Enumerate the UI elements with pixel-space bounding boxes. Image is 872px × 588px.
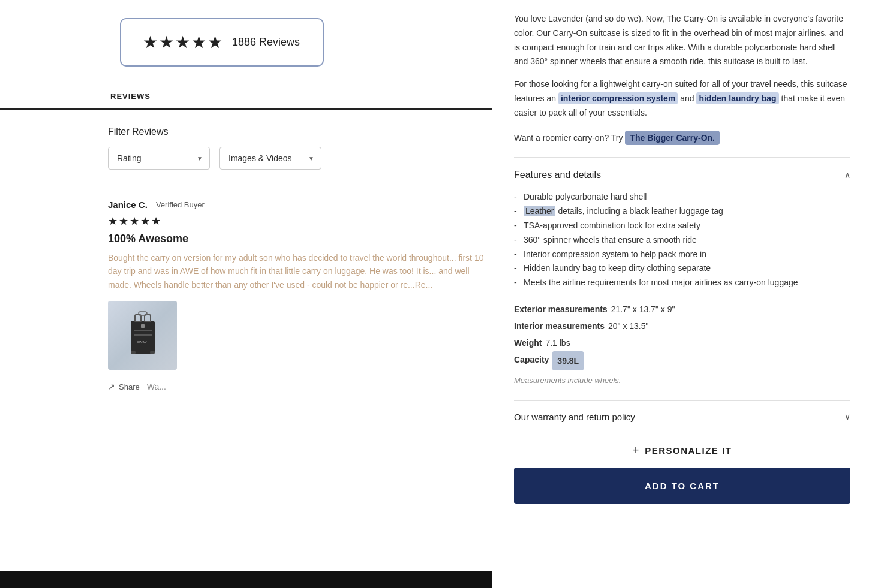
rating-summary-box: ★ ★ ★ ★ ★ 1886 Reviews (120, 18, 324, 67)
weight-row: Weight 7.1 lbs (514, 334, 850, 351)
review-actions: ↗ Share Wa... (108, 382, 492, 391)
share-icon: ↗ (108, 382, 115, 391)
interior-compression-highlight: interior compression system (558, 92, 678, 104)
svg-rect-6 (131, 351, 136, 354)
reviewer-info: Janice C. Verified Buyer (108, 200, 492, 210)
review-star-2: ★ (119, 215, 128, 228)
personalize-section[interactable]: + PERSONALIZE IT (514, 433, 850, 468)
measurements-note: Measurements include wheels. (514, 373, 850, 388)
description-p2: For those looking for a lightweight carr… (514, 77, 850, 120)
product-description: You love Lavender (and so do we). Now, T… (514, 0, 850, 120)
want-roomier-text: Want a roomier carry-on? Try The Bigger … (514, 131, 850, 146)
warranty-chevron-down-icon: ∨ (844, 412, 850, 421)
svg-rect-3 (134, 330, 152, 331)
chevron-up-icon: ∧ (844, 170, 850, 180)
want-roomier-prefix: Want a roomier carry-on? Try (514, 133, 623, 143)
media-select[interactable]: Images & Videos (219, 147, 321, 170)
media-select-wrapper: Images & Videos (219, 147, 321, 170)
reviewer-name: Janice C. (108, 200, 148, 210)
review-count: 1886 Reviews (232, 36, 300, 49)
hidden-laundry-highlight: hidden laundry bag (696, 92, 778, 104)
feature-text-4: 360° spinner wheels that ensure a smooth… (524, 235, 697, 245)
features-list: Durable polycarbonate hard shell Leather… (514, 190, 850, 290)
feature-item-5: Interior compression system to help pack… (514, 248, 850, 262)
star-icon-1: ★ (143, 32, 158, 52)
weight-label: Weight (514, 334, 542, 351)
feature-text-6: Hidden laundry bag to keep dirty clothin… (524, 263, 711, 273)
features-section: Features and details ∧ Durable polycarbo… (514, 157, 850, 388)
filter-label: Filter Reviews (108, 126, 492, 137)
feature-item-6: Hidden laundry bag to keep dirty clothin… (514, 261, 850, 276)
leather-highlight: Leather (524, 206, 555, 216)
review-star-3: ★ (130, 215, 139, 228)
rating-select-wrapper: Rating (108, 147, 210, 170)
review-image-container: AWAY (108, 301, 492, 370)
plus-icon: + (633, 444, 639, 457)
measurements-section: Exterior measurements 21.7" x 13.7" x 9"… (514, 301, 850, 388)
review-text: Bought the carry on version for my adult… (108, 251, 492, 291)
exterior-measurement-row: Exterior measurements 21.7" x 13.7" x 9" (514, 301, 850, 318)
review-title: 100% Awesome (108, 233, 492, 245)
feature-text-1: Durable polycarbonate hard shell (524, 192, 647, 201)
rating-stars: ★ ★ ★ ★ ★ (143, 32, 222, 52)
feature-item-4: 360° spinner wheels that ensure a smooth… (514, 233, 850, 248)
review-image-placeholder: AWAY (108, 301, 177, 370)
star-icon-4: ★ (191, 32, 206, 52)
description-p1: You love Lavender (and so do we). Now, T… (514, 12, 850, 69)
svg-rect-4 (134, 334, 152, 336)
feature-item-1: Durable polycarbonate hard shell (514, 190, 850, 204)
star-icon-2: ★ (159, 32, 174, 52)
filter-dropdowns: Rating Images & Videos (108, 147, 492, 170)
feature-text-3: TSA-approved combination lock for extra … (524, 221, 700, 230)
personalize-text: PERSONALIZE IT (645, 445, 732, 456)
luggage-svg: AWAY (122, 309, 164, 363)
rating-select[interactable]: Rating (108, 147, 210, 170)
feature-item-2: Leather details, including a black leath… (514, 204, 850, 219)
star-icon-5: ★ (208, 32, 222, 52)
svg-text:AWAY: AWAY (137, 340, 147, 344)
feature-item-3: TSA-approved combination lock for extra … (514, 219, 850, 233)
review-card: Janice C. Verified Buyer ★ ★ ★ ★ ★ 100% … (0, 182, 492, 403)
exterior-label: Exterior measurements (514, 301, 608, 318)
filter-section: Filter Reviews Rating Images & Videos (0, 110, 492, 182)
capacity-value: 39.8L (552, 351, 584, 370)
interior-measurement-row: Interior measurements 20" x 13.5" (514, 318, 850, 334)
interior-label: Interior measurements (514, 318, 605, 334)
review-star-5: ★ (151, 215, 161, 228)
was-text: Wa... (147, 382, 166, 391)
verified-badge: Verified Buyer (156, 200, 205, 209)
svg-rect-7 (150, 351, 155, 354)
weight-value: 7.1 lbs (545, 334, 570, 351)
reviews-nav: REVIEWS (0, 85, 492, 110)
capacity-label: Capacity (514, 351, 549, 370)
warranty-section[interactable]: Our warranty and return policy ∨ (514, 400, 850, 433)
right-panel: You love Lavender (and so do we). Now, T… (492, 0, 872, 588)
exterior-value: 21.7" x 13.7" x 9" (611, 301, 675, 318)
svg-rect-5 (141, 324, 145, 328)
feature-text-5: Interior compression system to help pack… (524, 249, 706, 259)
review-stars: ★ ★ ★ ★ ★ (108, 215, 492, 228)
feature-item-7: Meets the airline requirements for most … (514, 276, 850, 290)
star-icon-3: ★ (175, 32, 190, 52)
interior-value: 20" x 13.5" (608, 318, 649, 334)
feature-text-2-rest: details, including a black leather lugga… (558, 206, 723, 216)
review-star-4: ★ (140, 215, 150, 228)
features-title: Features and details (514, 170, 601, 180)
left-panel: ★ ★ ★ ★ ★ 1886 Reviews REVIEWS Filter Re… (0, 0, 492, 588)
tab-reviews[interactable]: REVIEWS (108, 85, 153, 110)
warranty-title: Our warranty and return policy (514, 412, 635, 422)
feature-text-7: Meets the airline requirements for most … (524, 278, 798, 287)
add-to-cart-button[interactable]: ADD TO CART (514, 468, 850, 504)
features-header[interactable]: Features and details ∧ (514, 170, 850, 180)
share-label: Share (119, 382, 140, 391)
bottom-bar (0, 571, 492, 588)
bigger-carry-on-link[interactable]: The Bigger Carry-On. (625, 131, 720, 145)
review-image: AWAY (108, 301, 177, 370)
review-star-1: ★ (108, 215, 118, 228)
share-button[interactable]: ↗ Share (108, 382, 140, 391)
capacity-row: Capacity 39.8L (514, 351, 850, 370)
